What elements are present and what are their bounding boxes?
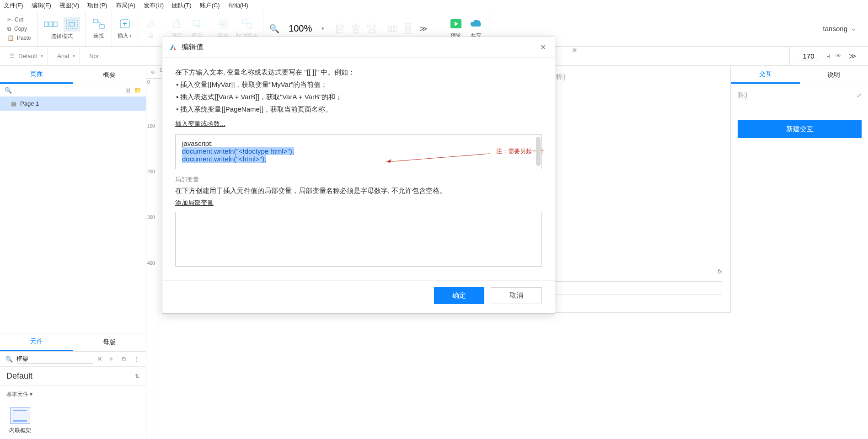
cut-button[interactable]: ✂ Cut <box>5 16 25 24</box>
cut-label: Cut <box>15 16 23 23</box>
user-menu[interactable]: tansong ⌄ <box>815 25 864 32</box>
menu-file[interactable]: 文件(F) <box>4 1 23 10</box>
select-mode-label: 选择模式 <box>51 32 73 40</box>
local-vars-label: 局部变量 <box>175 176 542 184</box>
connect-label: 连接 <box>93 32 104 40</box>
point-icon <box>144 17 158 30</box>
expression-textarea[interactable]: javascript: document.writeln("<!doctype … <box>175 134 542 169</box>
popout-icon[interactable]: ⤢ <box>857 92 862 99</box>
font-dropdown[interactable]: Arial ▾ <box>53 47 80 65</box>
svg-rect-2 <box>54 22 57 27</box>
chevron-down-icon[interactable]: ▾ <box>321 26 324 32</box>
select-contained-button[interactable] <box>64 17 80 32</box>
point-group: 点 <box>138 11 164 46</box>
menu-account[interactable]: 账户(C) <box>200 1 220 10</box>
tab-pages[interactable]: 页面 <box>0 66 73 84</box>
ruler-tick: 300 <box>147 215 155 220</box>
menu-view[interactable]: 视图(V) <box>59 1 79 10</box>
menu-publish[interactable]: 发布(U) <box>144 1 164 10</box>
tab-interactions[interactable]: 交互 <box>731 66 800 84</box>
close-icon[interactable]: ✕ <box>537 42 548 53</box>
clear-search-icon[interactable]: ✕ <box>97 355 102 363</box>
fx-button[interactable]: fx <box>538 265 730 278</box>
element-name-placeholder[interactable]: 称) <box>738 91 747 100</box>
library-select[interactable]: Default ⇅ <box>0 367 146 386</box>
tab-widgets[interactable]: 元件 <box>0 333 73 351</box>
page-icon: ▤ <box>11 100 16 107</box>
left-panel: 页面 概要 🔍 ⊞ 📁 ▤ Page 1 元件 母版 🔍 ✕ ＋ ⧉ ⋮ Def… <box>0 66 146 439</box>
insert-variable-link[interactable]: 插入变量或函数... <box>175 120 225 128</box>
insert-icon <box>118 17 132 30</box>
insert-group: 插入 ▾ <box>112 11 138 46</box>
toolbar-more-button[interactable]: ≫ <box>418 23 429 34</box>
code-line-3: document.writeln("<html>"); <box>182 155 266 163</box>
style-icon: ☰ <box>9 53 15 59</box>
ungroup-icon <box>240 17 254 30</box>
ruler-tick: 100 <box>147 123 155 128</box>
copy-button[interactable]: ⧉ Copy <box>5 25 29 33</box>
search-icon[interactable]: 🔍 <box>5 87 12 94</box>
folder-icon[interactable]: 📁 <box>134 87 141 94</box>
tab-masters[interactable]: 母版 <box>73 333 146 351</box>
paste-button[interactable]: 📋 Paste <box>5 34 33 42</box>
new-interaction-button[interactable]: 新建交互 <box>738 120 862 138</box>
zoom-input[interactable] <box>282 23 319 34</box>
local-vars-box[interactable] <box>175 212 542 267</box>
menu-team[interactable]: 团队(T) <box>172 1 192 10</box>
search-icon[interactable]: 🔍 <box>269 24 279 34</box>
pages-list: ▤ Page 1 <box>0 96 146 241</box>
select-mode-button[interactable] <box>43 18 58 31</box>
svg-rect-1 <box>49 22 53 27</box>
more-icon[interactable]: ⋮ <box>132 355 142 363</box>
widget-search-input[interactable] <box>16 354 93 364</box>
bullet-1: ▪ 插入变量[[MyVar]]，获取变量"MyVar"的当前值； <box>176 78 542 91</box>
pages-search-input[interactable] <box>16 87 122 94</box>
weight-dropdown[interactable]: Nor <box>85 47 103 65</box>
ok-button[interactable]: 确定 <box>434 287 484 304</box>
style-dropdown[interactable]: ☰ Default ▾ <box>5 47 48 65</box>
insert-label: 插入 <box>118 32 129 40</box>
inspector-value-box[interactable] <box>546 281 722 295</box>
library-icon[interactable]: ⧉ <box>120 355 128 363</box>
svg-rect-0 <box>44 22 48 27</box>
scrollbar[interactable] <box>536 137 541 166</box>
add-widget-icon[interactable]: ＋ <box>106 355 116 363</box>
cancel-button[interactable]: 取消 <box>491 287 542 304</box>
svg-rect-32 <box>405 31 411 33</box>
menu-help[interactable]: 帮助(H) <box>228 1 248 10</box>
ruler-tick: 400 <box>147 261 155 266</box>
add-page-icon[interactable]: ⊞ <box>125 87 130 94</box>
align-left-icon <box>335 22 345 35</box>
iframe-icon <box>10 407 30 424</box>
menu-project[interactable]: 项目(P) <box>87 1 107 10</box>
page-name-label: Page 1 <box>20 100 39 107</box>
tab-outline[interactable]: 概要 <box>73 66 146 84</box>
widget-inline-frame[interactable]: 内联框架 <box>9 407 31 434</box>
point-button: 点 <box>144 17 158 40</box>
panel-close-icon[interactable]: ✕ <box>567 44 582 57</box>
connect-button[interactable]: 连接 <box>91 17 106 40</box>
chevron-down-icon: ▾ <box>41 54 43 59</box>
page-item[interactable]: ▤ Page 1 <box>0 96 146 111</box>
insert-button[interactable]: 插入 ▾ <box>118 17 132 40</box>
components-panel: 元件 母版 🔍 ✕ ＋ ⧉ ⋮ Default ⇅ 基本元件 ▾ 内联框架 <box>0 333 146 439</box>
select-group: 选择模式 <box>38 11 86 46</box>
format-more-button[interactable]: ≫ <box>847 51 858 62</box>
edit-value-dialog: 编辑值 ✕ 在下方输入文本, 变量名称或表达式要写在 "[[ ]]" 中。例如：… <box>162 37 555 314</box>
dialog-title: 编辑值 <box>182 43 537 52</box>
menu-arrange[interactable]: 布局(A) <box>116 1 135 10</box>
ruler-origin[interactable]: ⊕ <box>146 66 159 79</box>
svg-rect-20 <box>338 30 342 32</box>
pages-tabs: 页面 概要 <box>0 66 146 84</box>
code-line-2: document.writeln("<!doctype html>"); <box>182 147 294 155</box>
intro-text: 在下方输入文本, 变量名称或表达式要写在 "[[ ]]" 中。例如： <box>175 66 542 78</box>
add-local-var-link[interactable]: 添加局部变量 <box>175 199 214 206</box>
svg-rect-26 <box>370 30 374 32</box>
bottom-icon <box>190 17 204 30</box>
eye-icon[interactable]: 👁 <box>836 53 841 59</box>
width-input[interactable] <box>798 52 819 60</box>
menu-edit[interactable]: 编辑(E) <box>32 1 51 10</box>
widget-section-title[interactable]: 基本元件 ▾ <box>0 386 146 403</box>
tab-notes[interactable]: 说明 <box>800 66 868 84</box>
connect-group: 连接 <box>86 11 112 46</box>
